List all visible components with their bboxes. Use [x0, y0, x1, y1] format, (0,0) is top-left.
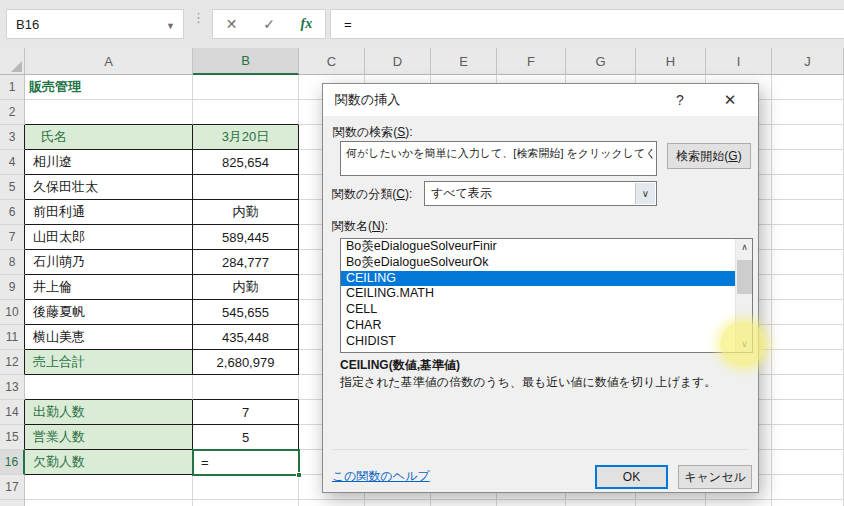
search-start-button[interactable]: 検索開始(G): [667, 143, 751, 169]
cell-B1[interactable]: [193, 75, 299, 100]
ok-button[interactable]: OK: [595, 465, 668, 489]
row-header-4[interactable]: 4: [0, 150, 25, 175]
cell-A12[interactable]: 売上合計: [25, 350, 193, 375]
cell-B15[interactable]: 5: [193, 425, 299, 450]
category-dropdown[interactable]: すべて表示 ∨: [424, 181, 657, 206]
row-header-16[interactable]: 16: [0, 450, 25, 475]
column-header-I[interactable]: I: [706, 48, 772, 75]
cell-E18[interactable]: [431, 500, 497, 506]
cell-A13[interactable]: [25, 375, 193, 400]
cell-B3[interactable]: 3月20日: [193, 125, 299, 150]
cell-J2[interactable]: [772, 100, 844, 125]
cell-B11[interactable]: 435,448: [193, 325, 299, 350]
row-header-9[interactable]: 9: [0, 275, 25, 300]
column-header-C[interactable]: C: [299, 48, 365, 75]
name-box-dropdown-icon[interactable]: ▼: [166, 21, 175, 31]
function-help-link[interactable]: この関数のヘルプ: [332, 468, 430, 485]
function-listbox[interactable]: Bo羡eDialogueSolveurFinirBo羡eDialogueSolv…: [340, 238, 753, 353]
cell-A7[interactable]: 山田太郎: [25, 225, 193, 250]
cell-J5[interactable]: [772, 175, 844, 200]
row-header-7[interactable]: 7: [0, 225, 25, 250]
cell-A8[interactable]: 石川萌乃: [25, 250, 193, 275]
cell-A9[interactable]: 井上倫: [25, 275, 193, 300]
search-input[interactable]: 何がしたいかを簡単に入力して、[検索開始] をクリックしてください。: [340, 141, 657, 176]
cell-B17[interactable]: [193, 475, 299, 500]
cancel-button[interactable]: キャンセル: [678, 465, 752, 489]
cell-B2[interactable]: [193, 100, 299, 125]
cancel-entry-icon[interactable]: ✕: [226, 16, 238, 32]
function-item-CELL[interactable]: CELL: [341, 302, 735, 318]
fill-handle[interactable]: [296, 472, 302, 478]
function-item-CHIDIST[interactable]: CHIDIST: [341, 334, 735, 350]
row-header-15[interactable]: 15: [0, 425, 25, 450]
cell-A11[interactable]: 横山美恵: [25, 325, 193, 350]
function-item-Bo羡eDialogueSolveurFinir[interactable]: Bo羡eDialogueSolveurFinir: [341, 239, 735, 255]
cell-J8[interactable]: [772, 250, 844, 275]
row-header-6[interactable]: 6: [0, 200, 25, 225]
cell-B12[interactable]: 2,680,979: [193, 350, 299, 375]
cell-A2[interactable]: [25, 100, 193, 125]
cell-F18[interactable]: [497, 500, 566, 506]
row-header-13[interactable]: 13: [0, 375, 25, 400]
cell-A1[interactable]: 販売管理: [25, 75, 193, 100]
cell-J6[interactable]: [772, 200, 844, 225]
confirm-entry-icon[interactable]: ✓: [263, 16, 275, 32]
column-header-G[interactable]: G: [566, 48, 636, 75]
row-header-12[interactable]: 12: [0, 350, 25, 375]
scroll-up-icon[interactable]: ∧: [736, 239, 753, 255]
column-header-H[interactable]: H: [636, 48, 706, 75]
cell-A16[interactable]: 欠勤人数: [25, 450, 193, 475]
row-header-1[interactable]: 1: [0, 75, 25, 100]
formula-input[interactable]: =: [330, 9, 844, 39]
close-icon[interactable]: ✕: [710, 84, 750, 116]
row-header-18[interactable]: 18: [0, 500, 25, 506]
function-item-CHAR[interactable]: CHAR: [341, 318, 735, 334]
cell-A5[interactable]: 久保田壮太: [25, 175, 193, 200]
cell-B14[interactable]: 7: [193, 400, 299, 425]
cell-H18[interactable]: [636, 500, 706, 506]
cell-B7[interactable]: 589,445: [193, 225, 299, 250]
insert-function-icon[interactable]: fx: [300, 16, 312, 32]
cell-A17[interactable]: [25, 475, 193, 500]
name-box[interactable]: B16 ▼: [6, 9, 184, 39]
cell-C18[interactable]: [299, 500, 365, 506]
column-header-B[interactable]: B: [193, 48, 299, 75]
cell-J18[interactable]: [772, 500, 844, 506]
select-all-corner[interactable]: [0, 48, 25, 75]
cell-A4[interactable]: 相川遼: [25, 150, 193, 175]
cell-B10[interactable]: 545,655: [193, 300, 299, 325]
cell-B8[interactable]: 284,777: [193, 250, 299, 275]
cell-A3[interactable]: 氏名: [25, 125, 193, 150]
cell-J7[interactable]: [772, 225, 844, 250]
cell-D18[interactable]: [365, 500, 431, 506]
column-header-E[interactable]: E: [431, 48, 497, 75]
cell-J9[interactable]: [772, 275, 844, 300]
row-header-5[interactable]: 5: [0, 175, 25, 200]
function-item-Bo羡eDialogueSolveurOk[interactable]: Bo羡eDialogueSolveurOk: [341, 255, 735, 271]
cell-J4[interactable]: [772, 150, 844, 175]
cell-J15[interactable]: [772, 425, 844, 450]
row-header-10[interactable]: 10: [0, 300, 25, 325]
column-header-F[interactable]: F: [497, 48, 566, 75]
row-header-3[interactable]: 3: [0, 125, 25, 150]
cell-A10[interactable]: 後藤夏帆: [25, 300, 193, 325]
cell-J12[interactable]: [772, 350, 844, 375]
cell-G18[interactable]: [566, 500, 636, 506]
cell-I18[interactable]: [706, 500, 772, 506]
cell-A18[interactable]: [25, 500, 193, 506]
cell-B18[interactable]: [193, 500, 299, 506]
cell-B9[interactable]: 内勤: [193, 275, 299, 300]
cell-J13[interactable]: [772, 375, 844, 400]
cell-J16[interactable]: [772, 450, 844, 475]
row-header-11[interactable]: 11: [0, 325, 25, 350]
cell-J11[interactable]: [772, 325, 844, 350]
row-header-14[interactable]: 14: [0, 400, 25, 425]
chevron-down-icon[interactable]: ∨: [635, 183, 655, 204]
cell-J3[interactable]: [772, 125, 844, 150]
function-item-CEILING[interactable]: CEILING: [341, 271, 735, 287]
cell-A15[interactable]: 営業人数: [25, 425, 193, 450]
cell-B4[interactable]: 825,654: [193, 150, 299, 175]
cell-B6[interactable]: 内勤: [193, 200, 299, 225]
cell-B13[interactable]: [193, 375, 299, 400]
function-item-CEILING.MATH[interactable]: CEILING.MATH: [341, 286, 735, 302]
